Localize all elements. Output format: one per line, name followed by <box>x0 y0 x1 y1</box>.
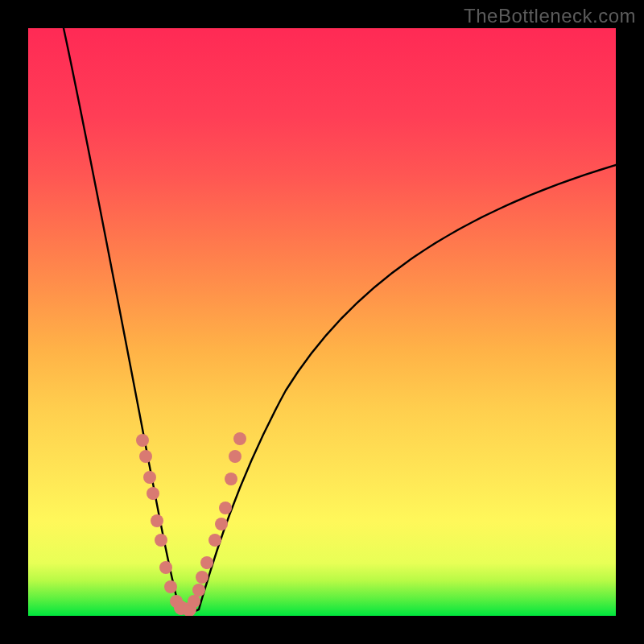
marker-dot <box>196 571 208 584</box>
marker-dot <box>151 514 163 527</box>
marker-dot <box>155 534 167 547</box>
marker-dot <box>215 518 228 530</box>
marker-dot <box>188 595 200 608</box>
marker-dot <box>139 450 152 463</box>
marker-dot <box>219 502 232 514</box>
marker-dot <box>208 534 221 547</box>
watermark-text: TheBottleneck.com <box>464 5 636 27</box>
marker-dot <box>147 487 159 500</box>
marker-dot <box>159 561 172 574</box>
marker-dot <box>225 473 237 485</box>
chart-svg <box>28 28 616 616</box>
marker-group <box>136 432 246 616</box>
marker-dot <box>136 434 149 447</box>
outer-frame: TheBottleneck.com <box>0 0 644 644</box>
marker-dot <box>200 556 213 569</box>
marker-dot <box>229 450 242 463</box>
marker-dot <box>192 584 205 597</box>
marker-dot <box>233 432 246 445</box>
marker-dot <box>143 471 156 484</box>
marker-dot <box>164 580 177 593</box>
curve-right-branch <box>199 165 616 609</box>
plot-area <box>28 28 616 616</box>
